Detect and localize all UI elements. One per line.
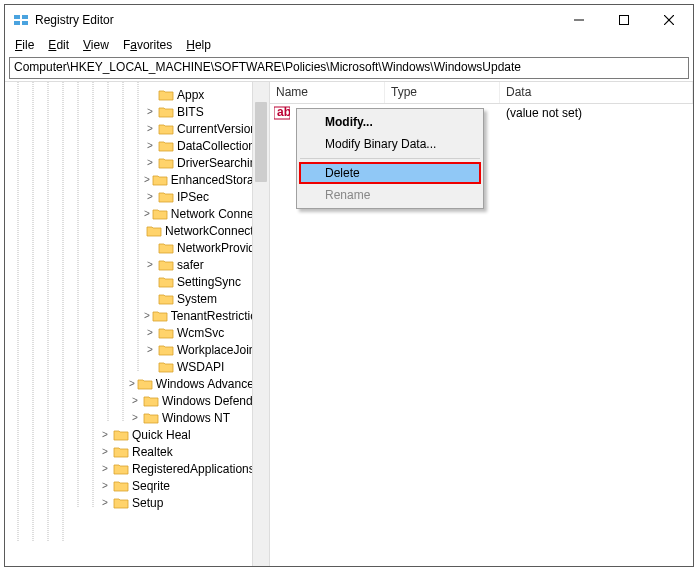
tree-node-label: SettingSync (177, 275, 241, 289)
folder-icon (158, 190, 174, 204)
column-headers: Name Type Data (270, 82, 693, 104)
ctx-modify[interactable]: Modify... (299, 111, 481, 133)
expander-icon[interactable]: > (144, 157, 156, 169)
folder-icon (152, 309, 168, 323)
tree-node-label: safer (177, 258, 204, 272)
tree-node-label: Seqrite (132, 479, 170, 493)
window-title: Registry Editor (35, 13, 556, 27)
expander-icon[interactable]: > (144, 174, 150, 186)
folder-icon (137, 377, 153, 391)
expander-icon[interactable]: > (144, 310, 150, 322)
expander-icon[interactable]: > (129, 412, 141, 424)
menu-edit[interactable]: Edit (42, 36, 75, 54)
menu-file[interactable]: File (9, 36, 40, 54)
menu-favorites[interactable]: Favorites (117, 36, 178, 54)
folder-icon (158, 122, 174, 136)
menu-help[interactable]: Help (180, 36, 217, 54)
tree-node-label: Quick Heal (132, 428, 191, 442)
expander-icon[interactable]: > (129, 378, 135, 390)
content-area: Appx>BITS>CurrentVersion>DataCollection>… (5, 81, 693, 566)
tree-node-label: DriverSearching (177, 156, 263, 170)
tree-node[interactable]: >Realtek (5, 443, 269, 460)
menu-view[interactable]: View (77, 36, 115, 54)
minimize-button[interactable] (556, 6, 601, 34)
titlebar: Registry Editor (5, 5, 693, 35)
folder-icon (158, 139, 174, 153)
tree-node[interactable]: SettingSync (5, 273, 269, 290)
expander-icon[interactable]: > (99, 446, 111, 458)
folder-icon (143, 394, 159, 408)
tree-node[interactable]: NetworkConnectivityStatusIndicator (5, 222, 269, 239)
tree-node[interactable]: >safer (5, 256, 269, 273)
tree-node[interactable]: WSDAPI (5, 358, 269, 375)
folder-icon (158, 241, 174, 255)
tree-node-label: CurrentVersion (177, 122, 257, 136)
expander-icon[interactable]: > (144, 344, 156, 356)
tree-node-label: BITS (177, 105, 204, 119)
tree-node[interactable]: >BITS (5, 103, 269, 120)
folder-icon (158, 88, 174, 102)
expander-icon[interactable]: > (144, 140, 156, 152)
close-button[interactable] (646, 6, 691, 34)
ctx-delete[interactable]: Delete (299, 162, 481, 184)
tree-node[interactable]: NetworkProvider (5, 239, 269, 256)
expander-icon[interactable]: > (144, 123, 156, 135)
maximize-button[interactable] (601, 6, 646, 34)
tree-node[interactable]: >EnhancedStorageDevices (5, 171, 269, 188)
col-name[interactable]: Name (270, 82, 385, 103)
tree-node-label: WSDAPI (177, 360, 224, 374)
expander-icon (144, 242, 156, 254)
expander-icon[interactable]: > (144, 106, 156, 118)
tree-node[interactable]: >Quick Heal (5, 426, 269, 443)
folder-icon (158, 275, 174, 289)
tree-node[interactable]: >RegisteredApplications (5, 460, 269, 477)
tree-panel[interactable]: Appx>BITS>CurrentVersion>DataCollection>… (5, 82, 270, 566)
tree-node[interactable]: >Setup (5, 494, 269, 511)
expander-icon[interactable]: > (99, 463, 111, 475)
expander-icon[interactable]: > (99, 480, 111, 492)
tree-node[interactable]: >WcmSvc (5, 324, 269, 341)
tree-node-label: IPSec (177, 190, 209, 204)
folder-icon (152, 207, 168, 221)
ctx-modify-binary[interactable]: Modify Binary Data... (299, 133, 481, 155)
tree-node-label: Setup (132, 496, 163, 510)
folder-icon (158, 258, 174, 272)
tree-node-label: Windows Defender (162, 394, 263, 408)
folder-icon (146, 224, 162, 238)
tree-node[interactable]: >DriverSearching (5, 154, 269, 171)
tree-node[interactable]: >Windows Defender (5, 392, 269, 409)
expander-icon[interactable]: > (144, 327, 156, 339)
tree-node[interactable]: >Windows Advanced Threat Protection (5, 375, 269, 392)
tree-node[interactable]: >IPSec (5, 188, 269, 205)
expander-icon[interactable]: > (144, 191, 156, 203)
value-data: (value not set) (500, 106, 582, 120)
col-type[interactable]: Type (385, 82, 500, 103)
address-bar[interactable]: Computer\HKEY_LOCAL_MACHINE\SOFTWARE\Pol… (9, 57, 689, 79)
tree-node[interactable]: >TenantRestrictions (5, 307, 269, 324)
tree-node[interactable]: >DataCollection (5, 137, 269, 154)
tree-node[interactable]: >WorkplaceJoin (5, 341, 269, 358)
window-buttons (556, 6, 691, 34)
expander-icon[interactable]: > (99, 429, 111, 441)
tree-node[interactable]: >Network Connections (5, 205, 269, 222)
expander-icon[interactable]: > (99, 497, 111, 509)
folder-icon (113, 428, 129, 442)
ctx-rename: Rename (299, 184, 481, 206)
tree-node[interactable]: System (5, 290, 269, 307)
tree-node[interactable]: Appx (5, 86, 269, 103)
tree-node[interactable]: >Seqrite (5, 477, 269, 494)
tree-node[interactable]: >Windows NT (5, 409, 269, 426)
tree-node-label: WorkplaceJoin (177, 343, 255, 357)
folder-icon (158, 343, 174, 357)
string-value-icon: ab (274, 106, 290, 120)
values-panel: Name Type Data ab (value not set) Modify… (270, 82, 693, 566)
tree-node-label: Windows NT (162, 411, 230, 425)
tree-node[interactable]: >CurrentVersion (5, 120, 269, 137)
expander-icon[interactable]: > (129, 395, 141, 407)
tree-scrollbar[interactable] (252, 82, 269, 566)
expander-icon[interactable]: > (144, 259, 156, 271)
col-data[interactable]: Data (500, 82, 693, 103)
expander-icon[interactable]: > (144, 208, 150, 220)
tree-node-label: System (177, 292, 217, 306)
values-list[interactable]: ab (value not set) Modify... Modify Bina… (270, 104, 693, 566)
